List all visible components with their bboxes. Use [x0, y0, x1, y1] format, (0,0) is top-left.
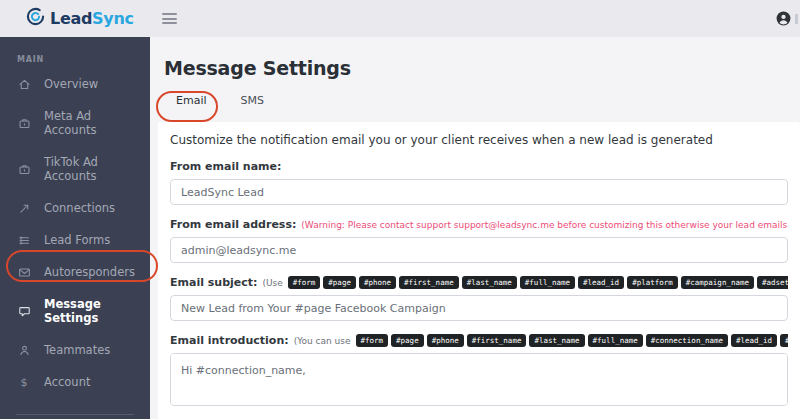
merge-tag-badge: #adset_name [757, 276, 788, 289]
introduction-label: Email introduction: [170, 334, 289, 347]
sidebar-item-autoresponders[interactable]: Autoresponders [0, 256, 150, 288]
from-email-address-input[interactable] [170, 237, 788, 263]
subject-hint-open: (Use [262, 278, 282, 288]
merge-tag-badge: #page [391, 334, 424, 347]
sidebar-item-label: Meta Ad Accounts [44, 109, 142, 137]
menu-toggle-icon[interactable] [158, 9, 181, 28]
introduction-merge-tags: #form#page#phone#first_name#last_name#fu… [356, 334, 789, 347]
merge-tag-badge: #platform [627, 276, 678, 289]
merge-tag-badge: #first_name [399, 276, 459, 289]
merge-tag-badge: #first_name [467, 334, 527, 347]
page-title: Message Settings [164, 57, 800, 79]
tab-sms[interactable]: SMS [227, 89, 278, 112]
introduction-label-row: Email introduction: (You can use #form#p… [170, 334, 788, 347]
subject-label: Email subject: [170, 276, 257, 289]
merge-tag-badge: #phone [427, 334, 464, 347]
merge-tag-badge: #last_name [462, 276, 517, 289]
sidebar-item-label: Connections [44, 201, 115, 215]
from-address-label: From email address: [170, 218, 296, 231]
leadsync-logo[interactable]: LeadSync [0, 7, 150, 30]
sidebar-item-tiktok-ad-accounts[interactable]: TikTok Ad Accounts [0, 146, 150, 192]
sidebar-item-meta-ad-accounts[interactable]: Meta Ad Accounts [0, 100, 150, 146]
merge-tag-badge: #full_name [588, 334, 643, 347]
from-email-name-input[interactable] [170, 179, 788, 205]
sidebar-divider [16, 414, 134, 415]
email-introduction-textarea[interactable]: Hi #connection_name, You've received a n… [170, 353, 788, 406]
leadsync-logo-icon [26, 7, 45, 30]
merge-tag-badge: #full_name [520, 276, 575, 289]
merge-tag-badge: #lead_id [731, 334, 777, 347]
briefcase-icon [17, 162, 31, 176]
sidebar-item-overview[interactable]: Overview [0, 68, 150, 100]
sidebar-item-label: Overview [44, 77, 98, 91]
merge-tag-badge: #last_name [529, 334, 584, 347]
sidebar-item-message-settings[interactable]: Message Settings [0, 288, 150, 334]
sidebar-item-label: Account [44, 375, 90, 389]
card-intro-text: Customize the notification email you or … [170, 133, 788, 147]
merge-tag-badge: #page [323, 276, 356, 289]
sidebar: MAIN Overview Meta Ad Accounts TikTok Ad… [0, 37, 150, 419]
merge-tag-badge: #campaign_name [681, 276, 754, 289]
sidebar-section-label: MAIN [0, 37, 150, 68]
merge-tag-badge: #platform [780, 334, 788, 347]
cut-off-header-element [795, 14, 798, 24]
merge-tag-badge: #lead_id [578, 276, 624, 289]
main-content: Message Settings Email SMS Customize the… [150, 37, 800, 419]
introduction-hint-open: (You can use [294, 336, 351, 346]
merge-tag-badge: #connection_name [646, 334, 728, 347]
briefcase-icon [17, 116, 31, 130]
tab-bar: Email SMS [162, 89, 800, 112]
email-subject-input[interactable] [170, 295, 788, 321]
sidebar-item-label: Message Settings [44, 297, 142, 325]
sidebar-item-label: Lead Forms [44, 233, 110, 247]
merge-tag-badge: #form [356, 334, 389, 347]
sidebar-item-teammates[interactable]: Teammates [0, 334, 150, 366]
trending-arrow-icon [17, 201, 31, 215]
header-right [776, 11, 800, 26]
sidebar-item-label: Autoresponders [44, 265, 135, 279]
leadsync-app: LeadSync MAIN Overview Meta Ad Accounts … [0, 0, 800, 419]
merge-tag-badge: #form [288, 276, 321, 289]
sidebar-item-account[interactable]: $ Account [0, 366, 150, 398]
home-icon [17, 77, 31, 91]
tab-email[interactable]: Email [162, 89, 221, 112]
subject-merge-tags: #form#page#phone#first_name#last_name#fu… [288, 276, 788, 289]
from-address-warning: (Warning: Please contact support support… [301, 220, 788, 230]
subject-label-row: Email subject: (Use #form#page#phone#fir… [170, 276, 788, 289]
mail-icon [17, 265, 31, 279]
from-name-label-row: From email name: [170, 160, 788, 173]
logo-text: LeadSync [50, 9, 134, 28]
person-icon [17, 343, 31, 357]
sidebar-item-connections[interactable]: Connections [0, 192, 150, 224]
merge-tag-badge: #phone [359, 276, 396, 289]
from-name-label: From email name: [170, 160, 281, 173]
list-icon [17, 233, 31, 247]
user-avatar-icon[interactable] [776, 11, 791, 26]
email-settings-card: Customize the notification email you or … [158, 122, 800, 419]
sidebar-item-label: Teammates [44, 343, 110, 357]
dollar-icon: $ [17, 375, 31, 389]
from-address-label-row: From email address: (Warning: Please con… [170, 218, 788, 231]
top-header: LeadSync [0, 0, 800, 37]
sidebar-item-label: TikTok Ad Accounts [44, 155, 142, 183]
chat-bubble-icon [17, 304, 31, 318]
sidebar-item-lead-forms[interactable]: Lead Forms [0, 224, 150, 256]
